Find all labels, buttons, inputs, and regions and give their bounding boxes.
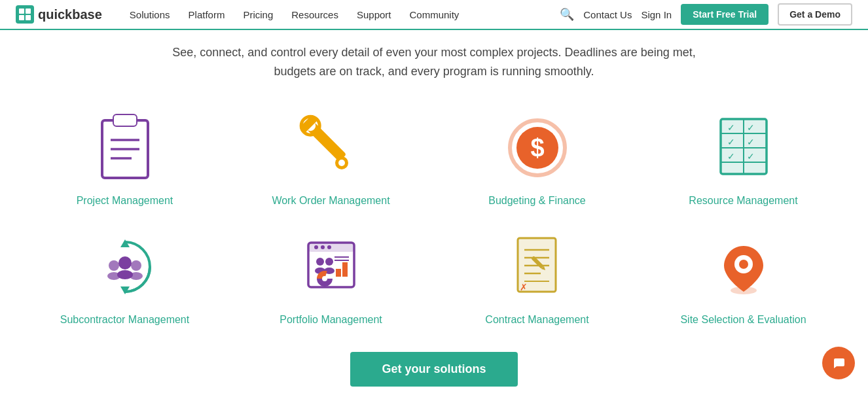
svg-text:$: $ [530,134,544,162]
budgeting-finance-label: Budgeting & Finance [488,195,586,207]
svg-text:✓: ✓ [727,122,735,133]
site-selection-label: Site Selection & Evaluation [680,314,806,326]
resource-management-icon: ✓ ✓ ✓ ✓ ✓ ✓ [704,107,783,186]
logo[interactable]: quickbase [16,5,102,24]
solution-portfolio-management[interactable]: Portfolio Management [234,226,427,326]
svg-text:✓: ✓ [727,151,735,162]
get-your-solutions-button[interactable]: Get your solutions [350,352,517,387]
work-order-management-icon [292,107,371,186]
subcontractor-management-icon [86,226,164,305]
nav-community[interactable]: Community [402,5,467,24]
svg-point-37 [131,260,141,271]
search-icon[interactable]: 🔍 [560,7,574,22]
logo-text: quickbase [38,7,102,22]
nav-pricing[interactable]: Pricing [235,5,281,24]
svg-rect-51 [342,262,348,277]
page-subtitle: See, connect, and control every detail o… [166,43,702,81]
chat-bubble[interactable] [822,347,855,379]
svg-point-46 [316,258,324,266]
budgeting-finance-icon: $ [498,107,577,186]
solution-project-management[interactable]: Project Management [28,107,221,207]
svg-text:✓: ✓ [727,137,735,147]
resource-management-label: Resource Management [689,195,797,207]
nav-resources[interactable]: Resources [283,5,346,24]
svg-point-67 [739,260,748,269]
contract-management-icon: ✗ [498,226,577,305]
work-order-management-label: Work Order Management [272,195,389,207]
svg-point-45 [327,245,331,249]
svg-text:✓: ✓ [747,137,755,147]
nav-right: 🔍 Contact Us Sign In Start Free Trial Ge… [560,3,852,26]
nav-platform[interactable]: Platform [181,5,233,24]
project-management-icon [86,107,164,186]
subcontractor-management-label: Subcontractor Management [60,314,189,326]
portfolio-management-icon [292,226,371,305]
solution-contract-management[interactable]: ✗ Contract Management [441,226,634,326]
solutions-grid: Project Management [28,107,840,326]
svg-point-36 [109,260,119,271]
svg-rect-1 [26,9,31,14]
get-demo-button[interactable]: Get a Demo [778,3,852,26]
main-content: See, connect, and control every detail o… [0,30,868,399]
svg-text:✓: ✓ [747,151,755,162]
nav-solutions[interactable]: Solutions [122,5,178,24]
site-selection-icon [704,226,783,305]
svg-point-44 [321,245,325,249]
sign-in-link[interactable]: Sign In [641,9,672,20]
navbar: quickbase Solutions Platform Pricing Res… [0,0,868,30]
solution-work-order-management[interactable]: Work Order Management [234,107,427,207]
cta-container: Get your solutions [26,352,842,387]
svg-point-43 [314,245,318,249]
nav-support[interactable]: Support [349,5,399,24]
contact-us-link[interactable]: Contact Us [583,9,632,20]
svg-point-47 [325,258,333,266]
svg-text:✗: ✗ [520,282,528,292]
svg-rect-0 [19,9,24,14]
solution-resource-management[interactable]: ✓ ✓ ✓ ✓ ✓ ✓ Resource Management [647,107,840,207]
svg-text:✓: ✓ [747,122,755,133]
svg-point-39 [107,272,120,280]
start-free-trial-button[interactable]: Start Free Trial [681,4,769,25]
solution-subcontractor-management[interactable]: Subcontractor Management [28,226,221,326]
svg-rect-6 [114,115,136,126]
solution-site-selection[interactable]: Site Selection & Evaluation [647,226,840,326]
svg-point-40 [130,272,143,280]
portfolio-management-label: Portfolio Management [280,314,382,326]
chat-icon [831,356,846,370]
nav-links: Solutions Platform Pricing Resources Sup… [122,5,560,24]
svg-rect-2 [19,15,24,20]
logo-icon [16,5,34,24]
svg-rect-50 [336,269,341,277]
svg-point-35 [118,256,132,269]
contract-management-label: Contract Management [485,314,588,326]
svg-point-15 [338,160,345,166]
project-management-label: Project Management [77,195,173,207]
solution-budgeting-finance[interactable]: $ Budgeting & Finance [441,107,634,207]
svg-rect-3 [26,15,31,20]
